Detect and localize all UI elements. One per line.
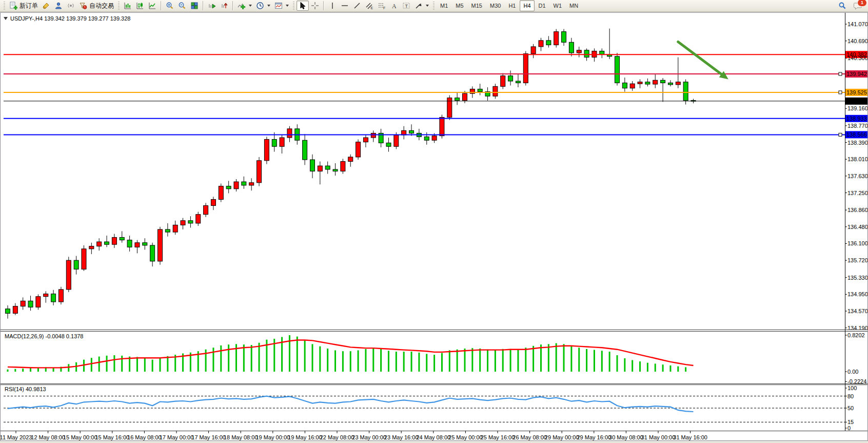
- hline-139.942[interactable]: 139.942: [4, 70, 867, 78]
- line-chart-mode-button[interactable]: [146, 1, 159, 11]
- svg-text:139.328: 139.328: [846, 98, 867, 104]
- svg-text:F: F: [383, 6, 385, 10]
- toolbar: 新订单 自动交易: [0, 0, 868, 12]
- dropdown-arrow-icon: [286, 5, 289, 7]
- toolbar-grip[interactable]: [293, 2, 294, 10]
- collapse-chart-icon[interactable]: [4, 17, 8, 20]
- autotrade-icon: [79, 2, 87, 10]
- svg-text:18 May 08:00: 18 May 08:00: [224, 434, 258, 440]
- svg-text:29 May 00:00: 29 May 00:00: [545, 434, 579, 440]
- search-button[interactable]: [836, 1, 849, 11]
- vertical-line-tool-button[interactable]: [326, 1, 339, 11]
- toolbar-separator: [161, 1, 162, 10]
- text-tool-button[interactable]: A: [388, 1, 400, 11]
- svg-text:139.942: 139.942: [846, 71, 867, 77]
- timeframe-button-M5[interactable]: M5: [452, 0, 467, 11]
- svg-text:30 May 08:00: 30 May 08:00: [609, 434, 643, 440]
- time-axis[interactable]: 11 May 202312 May 08:0015 May 00:0015 Ma…: [1, 431, 707, 440]
- hline-139.525[interactable]: 139.525: [4, 89, 867, 96]
- svg-text:134.570: 134.570: [847, 308, 867, 314]
- svg-text:136.860: 136.860: [847, 207, 867, 213]
- svg-text:25 May 16:00: 25 May 16:00: [481, 434, 515, 440]
- timeframe-button-M1[interactable]: M1: [437, 0, 451, 11]
- timeframe-button-M30[interactable]: M30: [486, 0, 504, 11]
- zoom-in-button[interactable]: [164, 1, 176, 11]
- svg-text:-0.2224: -0.2224: [847, 378, 866, 384]
- horizontal-line-tool-button[interactable]: [339, 1, 351, 11]
- auto-scroll-button[interactable]: [206, 1, 218, 11]
- timeframe-button-MN[interactable]: MN: [566, 0, 582, 11]
- svg-text:15: 15: [847, 419, 854, 425]
- timeframe-button-H1[interactable]: H1: [505, 0, 519, 11]
- macd-pane: 0.82020.00-0.2224: [8, 332, 866, 384]
- bar-chart-icon: [124, 2, 132, 10]
- line-chart-icon: [148, 2, 156, 10]
- text-tool-icon: A: [390, 2, 398, 10]
- cursor-tool-button[interactable]: [297, 1, 309, 11]
- svg-text:A: A: [392, 3, 397, 10]
- svg-text:140.690: 140.690: [847, 38, 867, 44]
- chart-window: USDJPY-,H4 139.342 139.379 139.277 139.3…: [0, 12, 868, 441]
- timeframe-button-M15[interactable]: M15: [468, 0, 486, 11]
- timeframe-button-H4[interactable]: H4: [520, 0, 534, 11]
- hline-140.382[interactable]: 140.382: [4, 51, 867, 58]
- rsi-pane: 1008050150: [4, 385, 857, 431]
- timeframe-button-W1[interactable]: W1: [550, 0, 566, 11]
- fibonacci-tool-button[interactable]: F: [376, 1, 388, 11]
- new-order-button[interactable]: 新订单: [7, 1, 40, 11]
- indicators-button[interactable]: [235, 1, 254, 11]
- toolbar-grip[interactable]: [433, 2, 435, 10]
- candlestick-mode-button[interactable]: [134, 1, 146, 11]
- toolbar-grip[interactable]: [4, 2, 5, 10]
- template-icon: [274, 2, 283, 10]
- autotrade-button[interactable]: 自动交易: [77, 1, 116, 11]
- autotrade-label: 自动交易: [89, 1, 114, 11]
- templates-button[interactable]: [272, 1, 291, 11]
- svg-text:137.250: 137.250: [847, 190, 867, 196]
- arrows-tool-button[interactable]: [412, 1, 431, 11]
- svg-text:12 May 08:00: 12 May 08:00: [31, 434, 65, 440]
- svg-text:26 May 08:00: 26 May 08:00: [512, 434, 547, 440]
- dropdown-arrow-icon: [267, 5, 270, 7]
- svg-text:15 May 00:00: 15 May 00:00: [63, 434, 97, 440]
- svg-text:139.525: 139.525: [846, 89, 867, 95]
- notifications-button[interactable]: 1: [852, 1, 864, 11]
- channel-icon: E: [365, 2, 373, 10]
- tile-windows-button[interactable]: [188, 1, 201, 11]
- signals-button[interactable]: [65, 1, 77, 11]
- chart-canvas[interactable]: 140.382139.942139.525138.933138.566139.3…: [1, 13, 867, 440]
- text-label-icon: T: [402, 2, 410, 10]
- crosshair-tool-button[interactable]: [309, 1, 321, 11]
- horizontal-line-icon: [341, 2, 349, 10]
- community-button[interactable]: [52, 1, 65, 11]
- timeframe-button-D1[interactable]: D1: [535, 0, 549, 11]
- svg-text:23 May 16:00: 23 May 16:00: [384, 434, 419, 440]
- new-order-label: 新订单: [19, 1, 38, 11]
- zoom-in-icon: [166, 2, 174, 10]
- toolbar-grip[interactable]: [118, 2, 120, 10]
- svg-text:135.720: 135.720: [847, 257, 867, 263]
- clock-icon: [256, 2, 264, 10]
- svg-text:E: E: [371, 6, 373, 10]
- trendline-tool-button[interactable]: [351, 1, 363, 11]
- svg-text:134.950: 134.950: [847, 291, 867, 297]
- styles-button[interactable]: [40, 1, 52, 11]
- svg-text:11 May 2023: 11 May 2023: [1, 434, 32, 440]
- svg-text:16 May 08:00: 16 May 08:00: [127, 434, 162, 440]
- zoom-out-button[interactable]: [176, 1, 188, 11]
- svg-text:22 May 08:00: 22 May 08:00: [320, 434, 354, 440]
- channel-tool-button[interactable]: E: [363, 1, 376, 11]
- notification-badge: 1: [857, 0, 867, 7]
- bar-chart-mode-button[interactable]: [122, 1, 134, 11]
- text-label-tool-button[interactable]: T: [400, 1, 412, 11]
- periods-button[interactable]: [254, 1, 272, 11]
- svg-text:139.160: 139.160: [847, 105, 867, 111]
- svg-text:138.770: 138.770: [847, 123, 867, 129]
- cursor-icon: [299, 2, 307, 10]
- hline-138.933[interactable]: 138.933: [4, 115, 867, 122]
- svg-text:31 May 00:00: 31 May 00:00: [641, 434, 676, 440]
- svg-text:19 May 16:00: 19 May 16:00: [288, 434, 322, 440]
- chart-shift-button[interactable]: [218, 1, 230, 11]
- svg-text:17 May 00:00: 17 May 00:00: [160, 434, 194, 440]
- price-axis: 141.070140.690140.300139.160138.770138.3…: [845, 21, 867, 331]
